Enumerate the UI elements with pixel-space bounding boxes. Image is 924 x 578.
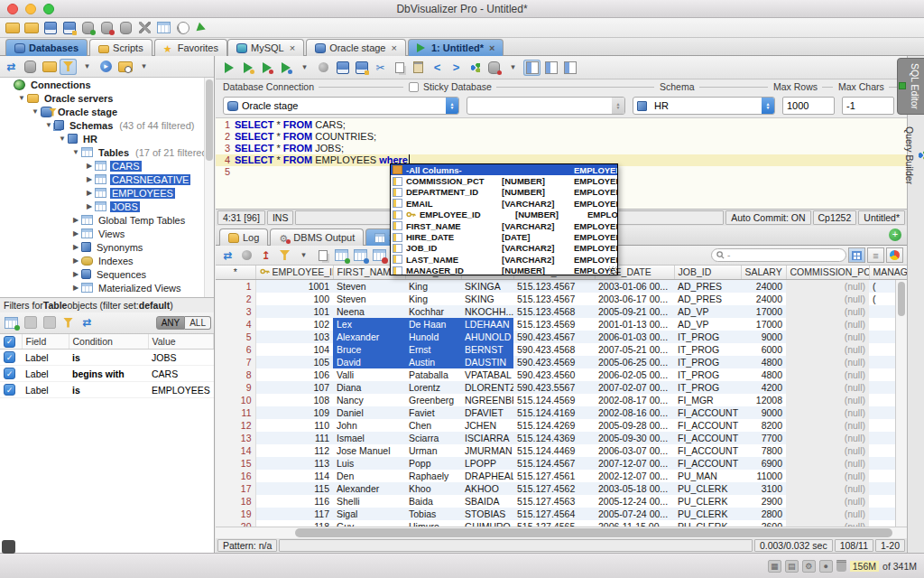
grid-cell[interactable]: IT_PROG	[674, 343, 741, 356]
copy-cells-button[interactable]	[314, 247, 331, 264]
grid-cell[interactable]: Pataballa	[405, 368, 461, 381]
sql-line[interactable]: 1SELECT * FROM CARS;	[216, 119, 907, 131]
grid-cell[interactable]: (null)	[786, 470, 869, 482]
grid-cell[interactable]: Ernst	[405, 343, 461, 356]
grid-cell[interactable]: (null)	[786, 406, 869, 419]
grid-cell[interactable]: DRAPHEAL	[461, 470, 513, 482]
grid-cell[interactable]: Sciarra	[405, 432, 461, 444]
folder-button[interactable]	[41, 59, 58, 75]
grid-cell[interactable]: Steven	[333, 293, 405, 305]
expander-icon[interactable]: ▶	[70, 216, 81, 224]
grid-cell[interactable]: 590.423.4560	[513, 368, 595, 381]
grid-cell[interactable]: 109	[255, 406, 333, 419]
grid-cell[interactable]: Baida	[405, 495, 461, 508]
grid-cell[interactable]: 9000	[741, 406, 786, 419]
grid-cell[interactable]: GHIMURO	[461, 520, 513, 527]
commit-button[interactable]	[485, 60, 503, 76]
grid-cell[interactable]: Tobias	[405, 508, 461, 520]
row-number-cell[interactable]: 5	[216, 331, 255, 343]
grid-cell[interactable]: 112	[255, 444, 333, 457]
row-number-cell[interactable]: 19	[216, 508, 255, 520]
tab-1-untitled[interactable]: 1: Untitled*×	[408, 39, 504, 56]
grid-cell[interactable]: 2003-06-17 00...	[595, 293, 674, 305]
stop-database-button[interactable]	[117, 20, 134, 36]
grid-cell[interactable]: 7700	[741, 432, 786, 444]
grid-cell[interactable]: (null)	[786, 381, 869, 394]
refresh-button[interactable]	[3, 59, 20, 75]
stop-button[interactable]	[238, 247, 255, 264]
grid-cell[interactable]: (null)	[786, 457, 869, 470]
grid-cell[interactable]: SKINGA	[461, 279, 513, 293]
grid-cell[interactable]: FI_ACCOUNT	[674, 432, 741, 444]
grid-cell[interactable]: Urman	[405, 444, 461, 457]
autocomplete-item-all-columns[interactable]: -All Columns-EMPLOYEES	[391, 164, 617, 175]
grid-cell[interactable]: 4200	[741, 381, 786, 394]
grid-cell[interactable]: 2005-06-25 00...	[595, 356, 674, 368]
grid-cell[interactable]: 105	[255, 356, 333, 368]
grid-cell[interactable]: 515.123.4567	[513, 279, 595, 293]
sql-line[interactable]: 3SELECT * FROM JOBS;	[216, 143, 907, 154]
database-button[interactable]	[22, 59, 39, 75]
grid-cell[interactable]: Himuro	[405, 520, 461, 527]
grid-cell[interactable]: STOBIAS	[461, 508, 513, 520]
add-filter-button[interactable]	[3, 314, 20, 331]
grid-cell[interactable]: 9000	[741, 331, 786, 343]
filter-enabled-cell[interactable]: ✓	[0, 350, 22, 366]
checkbox-icon[interactable]: ✓	[4, 351, 15, 363]
grid-cell[interactable]: Popp	[405, 457, 461, 470]
connection-monitor-button[interactable]: ●	[819, 560, 833, 573]
grid-cell[interactable]: AKHOO	[461, 482, 513, 495]
sticky-database-checkbox[interactable]	[409, 82, 419, 92]
row-number-cell[interactable]: 16	[216, 470, 255, 482]
execute-button[interactable]	[220, 60, 237, 76]
grid-cell[interactable]: (null)	[786, 394, 869, 406]
grid-cell[interactable]: 515.124.4269	[513, 419, 595, 432]
grid-cell[interactable]: Lorentz	[405, 381, 461, 394]
grid-cell[interactable]: PU_MAN	[674, 470, 741, 482]
filter-value-cell[interactable]: EMPLOYEES	[148, 382, 214, 398]
close-icon[interactable]: ×	[392, 42, 397, 53]
row-number-cell[interactable]: 17	[216, 482, 255, 495]
grid-cell[interactable]: SBAIDA	[461, 495, 513, 508]
grid-cell[interactable]: 2003-01-06 00...	[595, 279, 674, 293]
row-number-cell[interactable]: 15	[216, 457, 255, 470]
row-number-cell[interactable]: 12	[216, 419, 255, 432]
any-button[interactable]: ANY	[156, 316, 186, 330]
grid-cell[interactable]: 515.124.4567	[513, 457, 595, 470]
back-button[interactable]	[429, 60, 446, 76]
grid-cell[interactable]: Chen	[405, 419, 461, 432]
grid-cell[interactable]: 515.123.4568	[513, 305, 595, 318]
funnel-button[interactable]	[60, 314, 77, 331]
grid-cell[interactable]: AD_VP	[674, 305, 741, 318]
grid-cell[interactable]: Guy	[333, 520, 405, 527]
grid-cell[interactable]: FI_ACCOUNT	[674, 457, 741, 470]
grid-cell[interactable]: De Haan	[405, 318, 461, 331]
filter-condition-cell[interactable]: is	[69, 350, 148, 366]
grid-cell[interactable]: 515.127.4563	[513, 495, 595, 508]
grid-cell[interactable]: 1001	[255, 279, 333, 293]
filter-value-cell[interactable]: CARS	[148, 366, 214, 382]
grid-cell[interactable]: (null)	[786, 318, 869, 331]
grid-cell[interactable]: Kochhar	[405, 305, 461, 318]
grid-cell[interactable]: 3100	[741, 482, 786, 495]
expander-icon[interactable]: ▶	[84, 202, 95, 210]
grid-cell[interactable]: Bruce	[333, 343, 405, 356]
text-view-toggle[interactable]: ≡	[867, 247, 884, 263]
grid-cell[interactable]: 2005-12-24 00...	[595, 495, 674, 508]
grid-cell[interactable]: (null)	[786, 520, 869, 527]
grid-cell[interactable]: ISCIARRA	[461, 432, 513, 444]
grid-cell[interactable]: Den	[333, 470, 405, 482]
navigate-button[interactable]	[97, 59, 115, 75]
checkbox-icon[interactable]: ✓	[4, 368, 15, 379]
grid-cell[interactable]: Valli	[333, 368, 405, 381]
grid-cell[interactable]: SKING	[461, 293, 513, 305]
grid-cell[interactable]: 590.423.4569	[513, 356, 595, 368]
grid-cell[interactable]: 515.124.4569	[513, 394, 595, 406]
grid-cell[interactable]: FI_ACCOUNT	[674, 419, 741, 432]
memory-monitor-button[interactable]: ▤	[785, 560, 799, 573]
autocomplete-item-last-name[interactable]: LAST_NAME[VARCHAR2]EMPLOYEES	[391, 254, 617, 265]
grid-cell[interactable]: 2800	[741, 508, 786, 520]
grid-cell[interactable]: (null)	[786, 482, 869, 495]
grid-cell[interactable]: LPOPP	[461, 457, 513, 470]
tree-item-oracle-stage[interactable]: ▼Oracle stage	[0, 105, 214, 118]
